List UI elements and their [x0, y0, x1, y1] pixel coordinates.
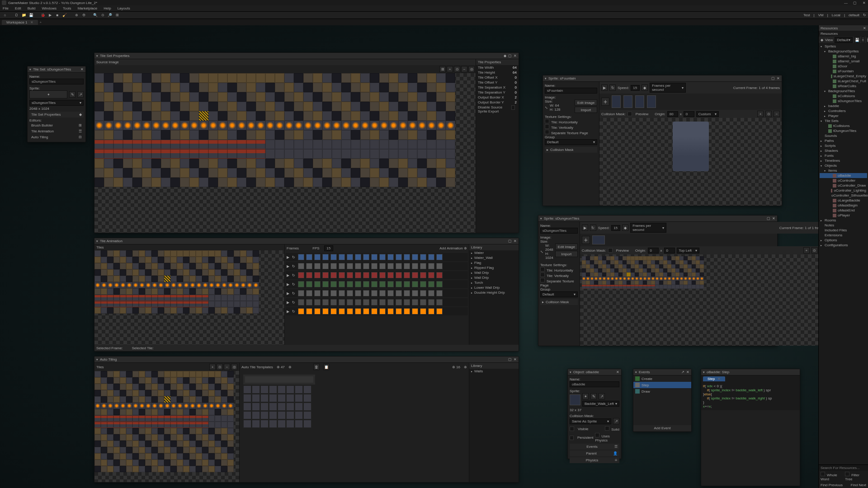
zoom-in-icon[interactable]: +	[757, 111, 764, 117]
import-button[interactable]: Import	[575, 107, 597, 113]
add-view-button[interactable]: +	[862, 37, 865, 43]
open-button[interactable]: 📁	[21, 12, 27, 19]
edit-image-button[interactable]: Edit Image	[575, 99, 597, 106]
collision-mask-dropdown[interactable]: Same As Sprite▾	[570, 418, 611, 424]
speed-input[interactable]: 15	[611, 225, 620, 231]
animation-track[interactable]: ▶↻	[286, 298, 468, 306]
play-button[interactable]: ▶	[582, 225, 588, 231]
tree-item-sprites[interactable]: ▾Sprites	[820, 44, 867, 49]
save-button[interactable]: 💾	[28, 12, 34, 19]
editor-auto-tiling[interactable]: Auto Tiling⊟	[29, 134, 84, 140]
visible-checkbox[interactable]	[570, 427, 574, 431]
close-panel-icon[interactable]: ✕	[514, 357, 517, 361]
view-dropdown[interactable]: Default▾	[835, 37, 852, 43]
library-item[interactable]: Wall Drip	[469, 275, 519, 280]
tile-prop-row[interactable]: Tile Offset X0	[476, 75, 519, 80]
tree-item-timelines[interactable]: ▸Timelines	[820, 158, 867, 163]
menu-windows[interactable]: Windows	[42, 6, 56, 10]
close-panel-icon[interactable]: ✕	[777, 76, 780, 80]
tree-item-sdungeontiles[interactable]: sDungeonTiles	[820, 99, 867, 103]
solid-checkbox[interactable]	[605, 426, 609, 431]
tile-prop-row[interactable]: Tile Offset Y0	[476, 80, 519, 85]
animation-track[interactable]: ▶↻	[286, 307, 468, 315]
run-button[interactable]: ▶	[47, 12, 53, 19]
events-button[interactable]: Events☰	[570, 444, 619, 450]
tree-item-backgroundtiles[interactable]: ▾BackgroundTiles	[820, 89, 867, 94]
collision-mask-section[interactable]: ▸ Collision Mask	[540, 299, 578, 305]
frame-thumb[interactable]	[592, 235, 605, 244]
find-prev-button[interactable]: Find Previous	[821, 483, 843, 487]
play-button[interactable]: ▶	[601, 84, 608, 91]
collision-mask-section[interactable]: ▸ Collision Mask	[545, 147, 597, 153]
tile-v-checkbox[interactable]	[540, 272, 545, 277]
zoom-out-icon[interactable]: −	[461, 66, 467, 72]
menu-layouts[interactable]: Layouts	[118, 6, 130, 10]
name-input[interactable]: oBaddie	[570, 381, 619, 387]
autotile-canvas[interactable]	[94, 371, 239, 482]
tree-item-ocontroller[interactable]: oController	[820, 178, 867, 183]
preview-checkbox[interactable]	[608, 248, 613, 253]
config-vm[interactable]: VM	[818, 13, 824, 17]
center-icon[interactable]: ◎	[468, 66, 475, 72]
import-button[interactable]: Import	[555, 251, 578, 257]
fps-input[interactable]: 15	[324, 245, 333, 251]
workspace-tab[interactable]: Workspace 1 ✕	[2, 20, 38, 25]
open-icon[interactable]: ↗	[681, 370, 684, 374]
maximize-icon[interactable]: ▢	[508, 239, 512, 243]
tile-prop-row[interactable]: Output Border Y2	[476, 100, 519, 105]
tree-item-tile-sets[interactable]: ▾Tile Sets	[820, 118, 867, 123]
parent-button[interactable]: Parent👤	[570, 450, 619, 456]
tree-item-scripts[interactable]: ▸Scripts	[820, 143, 867, 148]
config-default[interactable]: default	[849, 13, 859, 17]
collapse-icon[interactable]: ▾	[96, 358, 98, 361]
delete-template-button[interactable]: 🗑	[313, 364, 320, 370]
library-item[interactable]: Wall Drip	[469, 270, 519, 275]
zoom-fit-icon[interactable]: ⊙	[217, 364, 223, 370]
home-button[interactable]: ⌂	[2, 12, 8, 19]
code-editor[interactable]: if( xdx < 0 ){ if( sprite_index != baddi…	[701, 382, 800, 410]
template-grid[interactable]	[240, 371, 469, 432]
code-tab[interactable]: Step✕	[703, 376, 725, 381]
edit-image-button[interactable]: Edit Image	[555, 244, 578, 250]
anim-tiles-canvas[interactable]	[94, 250, 284, 345]
animation-track[interactable]: ▶↻	[286, 280, 468, 288]
tree-item-omaskend[interactable]: oMaskEnd	[820, 208, 867, 213]
maximize-icon[interactable]: ▢	[771, 76, 775, 80]
whole-word-checkbox[interactable]	[821, 472, 825, 476]
name-input[interactable]: sDungeonTiles	[29, 79, 84, 84]
open-sprite-button[interactable]: ↗	[77, 91, 84, 98]
add-event-button[interactable]: Add Event	[633, 425, 691, 431]
zoom-out-icon[interactable]: −	[224, 364, 230, 370]
close-panel-icon[interactable]: ✕	[616, 370, 619, 374]
tree-item-sbarrel_big[interactable]: sBarrel_big	[820, 54, 867, 59]
close-button[interactable]: ✕	[862, 1, 866, 5]
docking-button[interactable]: ⊞	[114, 12, 120, 19]
preview-checkbox[interactable]	[627, 112, 632, 116]
add-workspace-button[interactable]: +	[40, 20, 42, 24]
tree-item-shaders[interactable]: ▸Shaders	[820, 148, 867, 153]
tile-prop-row[interactable]: Output Border X2	[476, 95, 519, 100]
pin-icon[interactable]: ✕	[863, 26, 866, 30]
group-dropdown[interactable]: Default▾	[545, 139, 597, 145]
editor-tile-animation[interactable]: Tile Animation☰	[29, 128, 84, 134]
tile-h-checkbox[interactable]	[540, 267, 545, 272]
object-sprite-thumb[interactable]	[570, 394, 580, 405]
close-tab-icon[interactable]: ✕	[30, 20, 33, 24]
zoom-in-icon[interactable]: +	[803, 247, 810, 253]
event-draw[interactable]: Draw	[633, 388, 691, 394]
tree-item-sounds[interactable]: Sounds	[820, 133, 867, 138]
tree-item-olargebaddie[interactable]: oLargeBaddie	[820, 198, 867, 203]
frame-thumb[interactable]	[623, 95, 632, 108]
animation-track[interactable]: ▶↻	[286, 289, 468, 297]
maximize-icon[interactable]: ▢	[508, 54, 512, 58]
origin-x-input[interactable]: 80	[667, 111, 678, 117]
physics-button[interactable]: Physics⚛	[570, 457, 619, 463]
save-view-button[interactable]: 💾	[854, 37, 860, 43]
tree-item-rooms[interactable]: ▸Rooms	[820, 218, 867, 223]
tree-item-omaskbegin[interactable]: oMaskBegin	[820, 203, 867, 208]
find-next-button[interactable]: Find Next	[851, 483, 866, 487]
tile-prop-row[interactable]: Tile Separation Y0	[476, 90, 519, 95]
library-item[interactable]: Ripped Flag	[469, 265, 519, 270]
close-panel-icon[interactable]: ✕	[686, 370, 689, 374]
collapse-icon[interactable]: ▾	[96, 54, 98, 58]
